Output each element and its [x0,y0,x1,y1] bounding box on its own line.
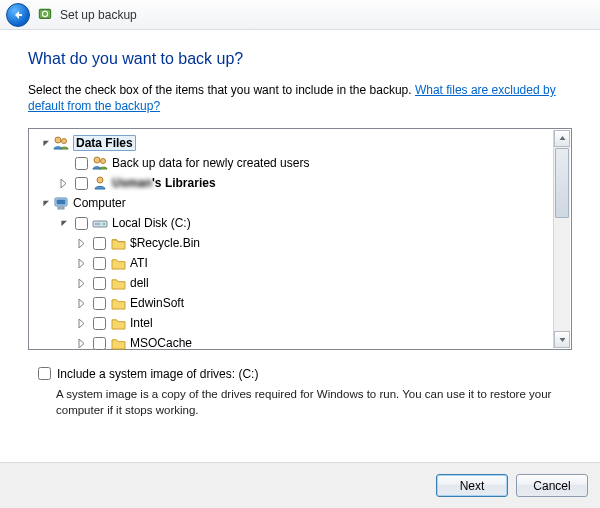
back-button[interactable] [6,3,30,27]
checkbox-folder[interactable] [93,337,106,350]
next-button[interactable]: Next [436,474,508,497]
users-icon [53,135,69,151]
expand-icon[interactable] [75,297,87,309]
tree-node-folder[interactable]: EdwinSoft [31,293,549,313]
tree-label: ATI [130,256,148,270]
svg-point-4 [94,157,100,163]
svg-point-12 [103,223,105,225]
folder-icon [110,235,126,251]
tree-node-user-libraries[interactable]: Usman's Libraries [31,173,549,193]
folder-icon [110,295,126,311]
scroll-down-button[interactable] [554,331,570,348]
tree-node-local-disk[interactable]: Local Disk (C:) [31,213,549,233]
tree-label: Back up data for newly created users [112,156,309,170]
tree-label: EdwinSoft [130,296,184,310]
expand-icon[interactable] [75,257,87,269]
folder-icon [110,275,126,291]
checkbox-folder[interactable] [93,297,106,310]
checkbox-folder[interactable] [93,277,106,290]
folder-icon [110,315,126,331]
tree-node-folder[interactable]: ATI [31,253,549,273]
folder-icon [110,335,126,351]
system-image-option: Include a system image of drives: (C:) [34,364,572,383]
window-title: Set up backup [60,8,137,22]
svg-point-5 [101,159,106,164]
tree-label: Usman's Libraries [112,176,216,190]
cancel-button[interactable]: Cancel [516,474,588,497]
checkbox-user-libs[interactable] [75,177,88,190]
content-area: What do you want to back up? Select the … [0,30,600,426]
expand-icon[interactable] [57,177,69,189]
svg-point-2 [55,137,61,143]
system-image-label: Include a system image of drives: (C:) [57,367,258,381]
scrollbar[interactable] [553,130,570,348]
tree-node-new-users[interactable]: Back up data for newly created users [31,153,549,173]
expand-icon[interactable] [75,237,87,249]
footer-buttons: Next Cancel [0,462,600,508]
tree-node-data-files[interactable]: Data Files [31,133,549,153]
intro-text: Select the check box of the items that y… [28,82,572,114]
checkbox-folder[interactable] [93,317,106,330]
tree-node-folder[interactable]: MSOCache [31,333,549,353]
checkbox-folder[interactable] [93,257,106,270]
titlebar: Set up backup [0,0,600,30]
collapse-icon[interactable] [57,217,69,229]
arrow-left-icon [12,9,24,21]
tree-node-folder[interactable]: dell [31,273,549,293]
svg-rect-8 [57,200,66,205]
tree-label: MSOCache [130,336,192,350]
expand-icon[interactable] [75,337,87,349]
svg-rect-11 [95,223,100,225]
tree-content: Data Files Back up data for newly create… [31,133,569,353]
intro-leading: Select the check box of the items that y… [28,83,415,97]
scroll-up-button[interactable] [554,130,570,147]
checkbox-local-disk[interactable] [75,217,88,230]
checkbox-new-users[interactable] [75,157,88,170]
drive-icon [92,215,108,231]
tree-label: Computer [73,196,126,210]
backup-items-tree: Data Files Back up data for newly create… [28,128,572,350]
tree-label: dell [130,276,149,290]
collapse-icon[interactable] [39,137,51,149]
svg-rect-9 [58,207,64,209]
tree-label: Intel [130,316,153,330]
page-heading: What do you want to back up? [28,50,572,68]
checkbox-system-image[interactable] [38,367,51,380]
system-image-description: A system image is a copy of the drives r… [56,387,562,418]
checkbox-folder[interactable] [93,237,106,250]
collapse-icon[interactable] [39,197,51,209]
svg-point-6 [97,177,103,183]
tree-label: $Recycle.Bin [130,236,200,250]
tree-node-computer[interactable]: Computer [31,193,549,213]
expand-icon[interactable] [75,277,87,289]
users-icon [92,155,108,171]
folder-icon [110,255,126,271]
computer-icon [53,195,69,211]
tree-label: Data Files [73,135,136,151]
user-icon [92,175,108,191]
backup-app-icon [36,6,54,24]
tree-node-folder[interactable]: $Recycle.Bin [31,233,549,253]
expand-icon[interactable] [75,317,87,329]
svg-point-3 [62,139,67,144]
tree-label: Local Disk (C:) [112,216,191,230]
scroll-thumb[interactable] [555,148,569,218]
tree-node-folder[interactable]: Intel [31,313,549,333]
